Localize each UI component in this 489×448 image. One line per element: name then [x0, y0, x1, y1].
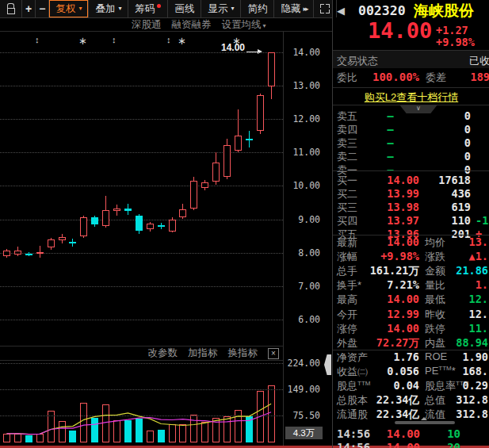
candle: [246, 139, 253, 140]
order-book-row[interactable]: 卖四—0: [333, 122, 489, 136]
order-book-row[interactable]: 卖五—0: [333, 109, 489, 122]
candlestick-chart[interactable]: 14.00 ↕∗↕↕∗∗: [0, 32, 283, 346]
price-axis: 14.0013.0012.0011.0010.009.008.007.006.0…: [284, 32, 331, 346]
tick-time: 14:56: [337, 441, 370, 448]
toolbar-button-lock[interactable]: [0, 0, 22, 17]
stats-row: 总股本22.34亿总值312.8: [333, 393, 489, 408]
price-axis-label: 10.00: [284, 180, 320, 191]
stat-label: 量比: [425, 278, 445, 293]
market-link[interactable]: 设置均线▾: [222, 18, 266, 32]
notification-dot-icon: [157, 4, 161, 8]
volume-axis-label: 149.00: [284, 384, 320, 395]
stat-label: 涨幅: [337, 250, 357, 264]
toolbar-button-adjust-mode[interactable]: 复权▾: [49, 0, 89, 17]
level-volume: 619: [422, 201, 471, 213]
stats-row: 外盘72.27万内盘88.94: [333, 336, 489, 350]
market-link[interactable]: 深股通: [132, 18, 162, 32]
indicator-link[interactable]: 换指标: [228, 347, 258, 360]
toolbar-button-overlay[interactable]: 叠加▾: [89, 0, 128, 17]
price-axis-label: 7.00: [284, 281, 320, 292]
tick-volume: 10: [425, 427, 460, 440]
close-indicator-icon[interactable]: ×: [268, 348, 279, 359]
toolbar-button-label: 隐藏: [281, 2, 300, 16]
stat-value: 1.76: [357, 350, 419, 363]
stat-label: 昨收: [425, 308, 445, 322]
trade-status-row: 交易状态 已收盘: [333, 50, 489, 68]
level-volume: 0: [422, 150, 471, 163]
stat-value: 0.056: [357, 365, 419, 377]
toolbar-button-simple-mode[interactable]: 简约: [241, 0, 274, 17]
order-book-row[interactable]: 买三13.98619: [333, 200, 489, 213]
toolbar-button-zoom-in[interactable]: +: [22, 0, 36, 17]
level-price: —: [361, 109, 419, 122]
candle: [3, 251, 10, 255]
price-axis-label: 12.00: [284, 113, 320, 124]
stats-row: 收益㈡0.056PETTM*168.: [333, 365, 489, 379]
panel-drag-handle[interactable]: [324, 354, 331, 375]
stat-label: 流值: [425, 408, 445, 422]
l2-link[interactable]: 购买L2查看十档行情: [365, 91, 458, 103]
stats-row: 总手161.21万金额21.86: [333, 264, 489, 278]
star-marker-icon: ∗: [232, 36, 241, 46]
indicator-link[interactable]: 加指标: [188, 347, 218, 360]
level-volume: 0: [422, 109, 471, 122]
stat-value: ▲1.: [452, 250, 488, 262]
price-gridline: [0, 119, 283, 120]
toolbar-button-label: −: [39, 2, 45, 15]
stat-value: +9.98%: [357, 250, 419, 262]
last-price: 14.00: [368, 18, 432, 43]
stat-label: 内盘: [425, 336, 445, 350]
toolbar-button-hide[interactable]: 隐藏▸▸: [274, 0, 314, 17]
indicator-links: 改参数加指标换指标: [148, 347, 258, 360]
toolbar-button-label: 叠加: [95, 2, 115, 16]
weicha-label: 委差: [426, 71, 446, 85]
volume-chart[interactable]: [0, 361, 283, 446]
level-price: —: [361, 150, 419, 163]
order-book-row[interactable]: 买一14.0017618: [333, 173, 489, 186]
candle: [25, 254, 32, 255]
candle: [190, 181, 197, 209]
trade-status-label: 交易状态: [337, 54, 378, 68]
stat-label: 最高: [337, 293, 357, 307]
star-marker-icon: ∗: [178, 36, 186, 46]
updown-marker-icon: ↕: [166, 36, 171, 44]
toolbar-button-display[interactable]: 显示▾: [201, 0, 241, 17]
candle: [169, 220, 176, 232]
tick-list-divider-handle[interactable]: [395, 421, 455, 424]
candle: [212, 163, 220, 182]
stat-value: 11.: [452, 322, 488, 335]
sup-ttm: TTM: [438, 365, 451, 372]
level-volume: 0: [422, 136, 471, 149]
chevron-down-icon: ▾: [263, 22, 266, 29]
toolbar-button-label: 筹码: [135, 2, 155, 16]
level-price: 13.97: [361, 214, 419, 227]
back-arrow-icon[interactable]: ◀: [337, 5, 345, 17]
order-book-row[interactable]: 卖三—0: [333, 136, 489, 149]
stat-value: 12.: [452, 293, 488, 305]
toolbar-button-zoom-out[interactable]: −: [36, 0, 49, 17]
weibi-row: 委比 100.00% 委差 189: [333, 67, 489, 86]
toolbar-button-draw-line[interactable]: 画线: [168, 0, 201, 17]
stats-divider: [333, 350, 489, 350]
stats-row: 净资产1.76ROE1.90: [333, 350, 489, 365]
market-link[interactable]: 融资融券: [172, 18, 212, 32]
l2-promo-row: 购买L2查看十档行情: [333, 87, 489, 105]
stats-row: 最高14.00最低12.: [333, 293, 489, 307]
tick-row: 14:5614.0020: [333, 441, 489, 448]
stat-value: 161.21万: [357, 264, 419, 278]
order-book-row[interactable]: 买四13.97110-1: [333, 213, 489, 227]
candle: [158, 225, 165, 227]
toolbar-button-chip-distribution[interactable]: 筹码: [128, 0, 168, 17]
stats-row: 最新14.00均价13.: [333, 235, 489, 250]
stat-label: 均价: [425, 235, 445, 250]
price-gridline: [0, 286, 283, 287]
candle: [80, 217, 87, 235]
stat-label: 跌停: [425, 322, 445, 336]
indicator-link[interactable]: 改参数: [148, 347, 178, 360]
chart-toolbar: +−复权▾叠加▾筹码画线显示▾简约隐藏▸▸: [0, 0, 332, 18]
candle: [69, 242, 76, 243]
candle: [257, 95, 264, 131]
order-book-row[interactable]: 买二13.99436: [333, 186, 489, 200]
order-book-row[interactable]: 卖二—0: [333, 149, 489, 163]
quote-panel: ◀ 002320 海峡股份 14.00 +1.27 +9.98% 交易状态 已收…: [332, 0, 489, 448]
